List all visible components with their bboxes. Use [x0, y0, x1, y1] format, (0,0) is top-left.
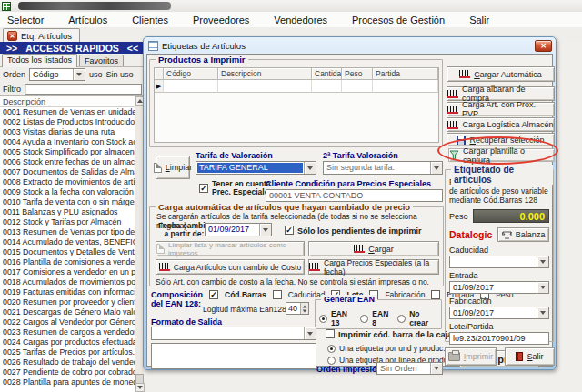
list-item[interactable]: 0006 Stock entre fechas de un almacén.: [0, 157, 135, 167]
column-header-partida[interactable]: Partida: [373, 68, 438, 80]
list-item[interactable]: 0024 Cargas por productos efectuadas p: [0, 337, 135, 347]
list-item[interactable]: 0011 Balanzas y PLU asignados: [0, 207, 135, 217]
menu-vendedores[interactable]: Vendedores: [274, 15, 339, 25]
limpiar-lista-button[interactable]: Limpiar lista y marcar artículos como im…: [156, 241, 305, 256]
chevron-down-icon[interactable]: [73, 69, 85, 80]
list-item[interactable]: 0020 Resumen por proveedor y clientes c: [0, 297, 135, 307]
list-item[interactable]: 0005 Stock Simplificado por almacenes c: [0, 147, 135, 157]
imprimir-button[interactable]: Imprimir: [445, 347, 497, 366]
caducidad-select[interactable]: [449, 256, 549, 268]
menu-proveedores[interactable]: Proveedores: [193, 15, 261, 25]
list-item[interactable]: 0027 Pendiente de cobro por cobrador a: [0, 367, 135, 377]
list-item[interactable]: 0015 Documentos y Detalles de Ventas Y: [0, 247, 135, 257]
salir-button[interactable]: Salir: [505, 347, 555, 366]
orden-select[interactable]: Código: [29, 68, 85, 81]
chevron-down-icon[interactable]: [304, 162, 316, 174]
tarifa1-select[interactable]: TARIFA GENERAL: [196, 161, 316, 175]
list-item[interactable]: 0026 Resultado de trabajo del vendedor: [0, 357, 135, 367]
list-item[interactable]: 0003 Visitas diarias de una ruta: [0, 127, 135, 137]
column-header-descripcion[interactable]: Descripcion: [218, 68, 312, 80]
chevron-down-icon[interactable]: [537, 307, 548, 318]
fabricacion-select[interactable]: 01/09/2017: [449, 307, 549, 319]
list-item[interactable]: 0009 Stock a la fecha con valoración de: [0, 187, 135, 197]
column-header-cantidad[interactable]: Cantidad: [312, 68, 342, 80]
list-item[interactable]: 0021 Descargas de Género Malo valorada: [0, 307, 135, 317]
entrada-select[interactable]: 01/09/2017: [449, 281, 549, 294]
list-item[interactable]: 0016 Plantilla de comisiones a vendedore…: [0, 257, 135, 267]
list-item[interactable]: 0007 Documentos de Salidas de Almacén: [0, 167, 135, 177]
chevron-down-icon[interactable]: [537, 282, 548, 293]
ean13-radio[interactable]: [319, 315, 327, 323]
formato-preview-textarea[interactable]: [151, 343, 316, 369]
etiqueta-por-unidad-radio[interactable]: [327, 345, 336, 353]
list-item[interactable]: 0017 Comisiones a vendedor en un perio: [0, 267, 135, 277]
sidebar-header[interactable]: >> ACCESOS RAPIDOS <<: [0, 42, 145, 54]
list-item[interactable]: 0014 Acumulado de ventas, BENEFICIOS: [0, 237, 135, 247]
chevron-down-icon[interactable]: [304, 327, 316, 339]
chevron-down-icon[interactable]: [537, 256, 548, 267]
list-column-header[interactable]: Descripción: [0, 96, 144, 107]
list-item[interactable]: 0022 Cargos al Vendedor por Género Ma: [0, 317, 135, 327]
orden-impresion-select[interactable]: Sin Orden: [376, 362, 443, 375]
recuperar-seleccion-button[interactable]: Recuperar selección: [447, 133, 555, 146]
carga-precios-especiales-button[interactable]: Carga Precios Especiales (a la fecha): [308, 259, 439, 275]
spinner-arrows-icon[interactable]: [300, 303, 308, 314]
list-item[interactable]: 0002 Listas de Productos Introducidos de: [0, 117, 135, 127]
pendientes-checkbox[interactable]: ✓: [285, 226, 294, 235]
list-item[interactable]: 0023 Resumen de cargos a vendedor por: [0, 327, 135, 337]
menu-procesos[interactable]: Procesos de Gestión: [352, 15, 457, 25]
list-item[interactable]: 0025 Tarifas de Precios por artículos. M…: [0, 347, 135, 357]
list-item[interactable]: 0001 Resumen de Ventas en unidades po: [0, 107, 135, 117]
etiqueta-por-linea-radio[interactable]: [327, 357, 336, 365]
menu-clientes[interactable]: Clientes: [132, 15, 180, 25]
list-item[interactable]: 0010 Tarifa de venta con o sin márgenes: [0, 197, 135, 207]
cargar-automatica-button[interactable]: Cargar Automática: [447, 66, 555, 82]
column-header-peso[interactable]: Peso: [342, 68, 373, 80]
carga-prox-pvp-button[interactable]: Carga Art. con Prox. PVP: [447, 102, 555, 116]
list-item[interactable]: 0013 Resumen de Ventas por tipo de Doc: [0, 227, 135, 237]
column-header-codigo[interactable]: Código: [164, 68, 218, 80]
chevron-down-icon[interactable]: [430, 162, 442, 174]
cod-barras-checkbox[interactable]: ✓: [209, 290, 218, 299]
fecha-cambio-select[interactable]: 01/09/2017: [205, 223, 272, 236]
list-item[interactable]: 0012 Stock y Tarifas por Almacén: [0, 217, 135, 227]
list-item[interactable]: 0004 Ayuda a Inventario con Stock actua: [0, 137, 135, 147]
balanza-button[interactable]: Balanza: [497, 227, 549, 242]
tarifa2-select[interactable]: Sin segunda tarifa.: [323, 161, 443, 175]
chevron-right-icon: <<: [127, 43, 138, 54]
tab-todos-los-listados[interactable]: Todos los listados: [2, 54, 77, 67]
entrada-checkbox[interactable]: ✓: [431, 290, 440, 299]
formato-salida-select[interactable]: [151, 327, 316, 340]
carga-logistica-button[interactable]: Carga Logística Almacén: [447, 117, 555, 132]
dialog-titlebar[interactable]: Etiquetas de Artículos ✕: [144, 37, 556, 53]
list-item[interactable]: 0018 Acumulados de movimientos por Art: [0, 277, 135, 287]
cliente-condicion-field[interactable]: 00001 VENTA CONTADO: [266, 189, 443, 202]
longitud-spinner[interactable]: 40: [286, 302, 309, 315]
ean8-radio[interactable]: [360, 315, 368, 323]
chevron-down-icon[interactable]: [430, 363, 442, 374]
lote-partida-field[interactable]: lo9:23/20170901/09: [449, 332, 549, 345]
tab-close-icon[interactable]: ✕: [7, 31, 17, 41]
limpiar-button[interactable]: Limpiar: [156, 156, 190, 179]
list-item[interactable]: 0028 Plantilla para apuntes de moneda: [0, 377, 135, 387]
close-icon[interactable]: ✕: [535, 40, 552, 52]
menu-selector[interactable]: Selector: [7, 15, 55, 25]
imprimir-caja-checkbox[interactable]: ✓: [326, 329, 335, 338]
carga-cambio-costo-button[interactable]: Carga Artículos con cambio de Costo: [156, 259, 305, 275]
tab-etq-articulos[interactable]: ✕ Etq. Artículos: [3, 28, 80, 42]
caducidad-checkbox[interactable]: ✓: [273, 290, 282, 299]
list-item[interactable]: 0019 Facturas emitidas con información d: [0, 287, 135, 297]
cargar-button[interactable]: Cargar: [308, 241, 439, 256]
filtro-input[interactable]: [25, 84, 142, 95]
no-crear-radio[interactable]: [397, 315, 406, 323]
tab-favoritos[interactable]: Favoritos: [79, 55, 124, 66]
menu-salir[interactable]: Salir: [469, 15, 501, 25]
carga-albaran-button[interactable]: Carga albaran de compra: [447, 86, 555, 101]
list-item[interactable]: 0008 Extracto de movimientos de artículo…: [0, 177, 135, 187]
prec-especiales-checkbox[interactable]: ✓: [199, 184, 208, 193]
cargar-plantilla-button[interactable]: Cargar plantilla o captura: [448, 148, 555, 162]
menu-articulos[interactable]: Artículos: [68, 15, 119, 25]
chevron-down-icon[interactable]: [259, 224, 271, 236]
scroll-down-icon[interactable]: [135, 383, 145, 392]
table-row[interactable]: ▶: [155, 80, 438, 93]
